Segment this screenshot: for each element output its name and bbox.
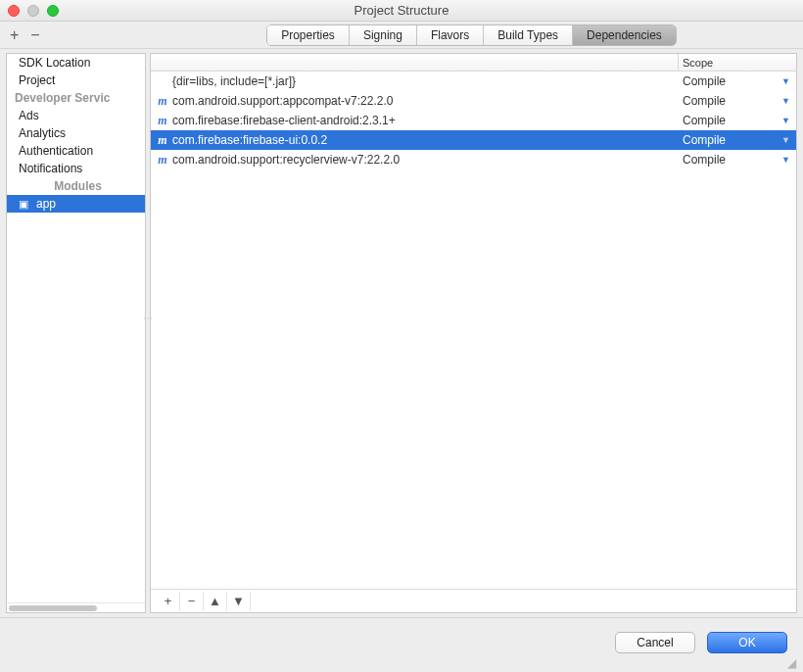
table-toolbar: + − ▲ ▼ bbox=[151, 589, 796, 612]
dialog-footer: Cancel OK bbox=[0, 617, 803, 666]
sidebar-item-developer-servic: Developer Servic bbox=[7, 89, 145, 107]
window-minimize-button[interactable] bbox=[27, 5, 39, 17]
maven-icon: m bbox=[155, 133, 170, 148]
toolbar-row: + − PropertiesSigningFlavorsBuild TypesD… bbox=[0, 22, 803, 49]
dependency-cell: {dir=libs, include=[*.jar]} bbox=[151, 74, 679, 88]
move-up-button[interactable]: ▲ bbox=[204, 592, 227, 611]
tab-properties[interactable]: Properties bbox=[267, 25, 350, 45]
chevron-down-icon: ▼ bbox=[781, 135, 790, 145]
sidebar: SDK LocationProjectDeveloper ServicAdsAn… bbox=[6, 53, 146, 613]
dependency-text: {dir=libs, include=[*.jar]} bbox=[172, 74, 296, 88]
dependency-row[interactable]: {dir=libs, include=[*.jar]}Compile▼ bbox=[151, 72, 796, 91]
tabs-container: PropertiesSigningFlavorsBuild TypesDepen… bbox=[140, 24, 803, 46]
sidebar-item-analytics[interactable]: Analytics bbox=[7, 124, 145, 142]
splitter-handle[interactable]: ⋮ bbox=[144, 313, 150, 353]
scope-cell[interactable]: Compile▼ bbox=[679, 114, 796, 127]
window-zoom-button[interactable] bbox=[47, 5, 59, 17]
chevron-down-icon: ▼ bbox=[781, 155, 790, 165]
add-dependency-button[interactable]: + bbox=[157, 592, 180, 611]
sidebar-item-ads[interactable]: Ads bbox=[7, 107, 145, 124]
sidebar-item-app[interactable]: ▣app bbox=[7, 195, 145, 213]
sidebar-item-notifications[interactable]: Notifications bbox=[7, 160, 145, 177]
tab-build-types[interactable]: Build Types bbox=[484, 25, 573, 45]
dependency-cell: mcom.firebase:firebase-client-android:2.… bbox=[151, 114, 679, 128]
window-close-button[interactable] bbox=[8, 5, 20, 17]
sidebar-scrollbar-thumb[interactable] bbox=[9, 605, 97, 611]
sidebar-horizontal-scrollbar[interactable] bbox=[7, 602, 145, 612]
add-module-button[interactable]: + bbox=[10, 26, 19, 44]
tab-signing[interactable]: Signing bbox=[350, 25, 417, 45]
scope-cell[interactable]: Compile▼ bbox=[679, 153, 796, 167]
sidebar-item-authentication[interactable]: Authentication bbox=[7, 142, 145, 160]
header-dependency[interactable] bbox=[151, 54, 679, 71]
sidebar-item-sdk-location[interactable]: SDK Location bbox=[7, 54, 145, 72]
sidebar-item-modules: Modules bbox=[7, 177, 145, 195]
tabstrip: PropertiesSigningFlavorsBuild TypesDepen… bbox=[266, 24, 677, 46]
dependency-row[interactable]: mcom.firebase:firebase-ui:0.0.2Compile▼ bbox=[151, 130, 796, 150]
dependency-text: com.android.support:appcompat-v7:22.2.0 bbox=[172, 94, 393, 108]
scope-value: Compile bbox=[683, 153, 726, 167]
move-down-button[interactable]: ▼ bbox=[227, 592, 251, 611]
scope-value: Compile bbox=[683, 74, 726, 88]
scope-value: Compile bbox=[683, 133, 726, 147]
dependency-row[interactable]: mcom.android.support:appcompat-v7:22.2.0… bbox=[151, 91, 796, 111]
scope-cell[interactable]: Compile▼ bbox=[679, 133, 796, 147]
table-body: {dir=libs, include=[*.jar]}Compile▼mcom.… bbox=[151, 72, 796, 589]
window-title: Project Structure bbox=[354, 3, 449, 18]
scope-cell[interactable]: Compile▼ bbox=[679, 94, 796, 108]
sidebar-item-label: app bbox=[36, 197, 56, 211]
chevron-down-icon: ▼ bbox=[781, 76, 790, 86]
scope-value: Compile bbox=[683, 94, 726, 108]
scope-cell[interactable]: Compile▼ bbox=[679, 74, 796, 88]
remove-dependency-button[interactable]: − bbox=[180, 592, 204, 611]
ok-button[interactable]: OK bbox=[707, 632, 787, 653]
dependency-row[interactable]: mcom.android.support:recyclerview-v7:22.… bbox=[151, 150, 796, 169]
tab-dependencies[interactable]: Dependencies bbox=[573, 25, 676, 45]
sidebar-item-project[interactable]: Project bbox=[7, 72, 145, 89]
module-folder-icon: ▣ bbox=[19, 198, 32, 211]
chevron-down-icon: ▼ bbox=[781, 96, 790, 106]
maven-icon: m bbox=[155, 153, 170, 168]
dependency-cell: mcom.android.support:appcompat-v7:22.2.0 bbox=[151, 94, 679, 109]
tab-flavors[interactable]: Flavors bbox=[417, 25, 484, 45]
right-panel: Scope {dir=libs, include=[*.jar]}Compile… bbox=[150, 53, 797, 613]
scope-value: Compile bbox=[683, 114, 726, 127]
chevron-down-icon: ▼ bbox=[781, 116, 790, 125]
remove-module-button[interactable]: − bbox=[30, 26, 39, 44]
main-area: SDK LocationProjectDeveloper ServicAdsAn… bbox=[0, 49, 803, 617]
sidebar-toolbar: + − bbox=[0, 26, 140, 44]
dependencies-table: Scope {dir=libs, include=[*.jar]}Compile… bbox=[150, 53, 797, 613]
dependency-cell: mcom.firebase:firebase-ui:0.0.2 bbox=[151, 133, 679, 148]
dependency-text: com.android.support:recyclerview-v7:22.2… bbox=[172, 153, 400, 167]
maven-icon: m bbox=[155, 114, 170, 128]
dependency-row[interactable]: mcom.firebase:firebase-client-android:2.… bbox=[151, 111, 796, 130]
dependency-text: com.firebase:firebase-ui:0.0.2 bbox=[172, 133, 327, 147]
dependency-cell: mcom.android.support:recyclerview-v7:22.… bbox=[151, 153, 679, 168]
header-scope[interactable]: Scope bbox=[679, 54, 796, 71]
dependency-text: com.firebase:firebase-client-android:2.3… bbox=[172, 114, 396, 127]
maven-icon: m bbox=[155, 94, 170, 109]
table-header: Scope bbox=[151, 54, 796, 72]
traffic-lights bbox=[8, 5, 59, 17]
cancel-button[interactable]: Cancel bbox=[615, 632, 695, 653]
window-titlebar: Project Structure bbox=[0, 0, 803, 22]
